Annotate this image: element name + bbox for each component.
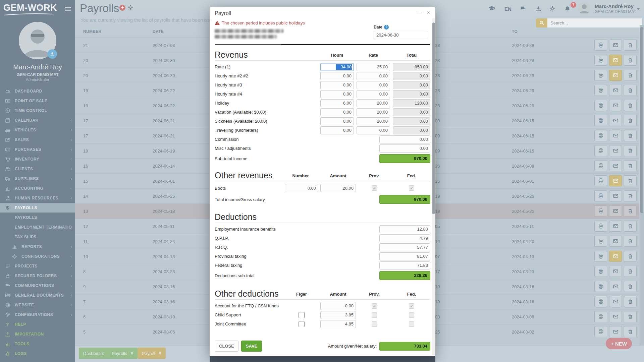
hamburger-menu-icon[interactable] — [65, 6, 71, 12]
rate-input[interactable] — [357, 99, 390, 107]
sidebar-item-sales[interactable]: SALES‹ — [0, 135, 75, 144]
notifications-bell-icon[interactable] — [564, 6, 571, 12]
email-button[interactable] — [609, 296, 622, 307]
hours-input[interactable] — [320, 81, 354, 89]
commission-input[interactable] — [379, 135, 430, 143]
delete-button[interactable] — [624, 221, 637, 232]
tab-dashboard[interactable]: Dashboard — [79, 348, 109, 359]
email-button[interactable] — [609, 251, 622, 262]
sidebar-subitem-tax-slips[interactable]: TAX SLIPS — [0, 232, 75, 242]
sidebar-item-time-control[interactable]: TIME CONTROL — [0, 106, 75, 115]
sidebar-subitem-employment-terminations[interactable]: EMPLOYMENT TERMINATIONS — [0, 222, 75, 232]
delete-button[interactable] — [624, 40, 637, 51]
avatar[interactable] — [19, 22, 56, 59]
minimize-icon[interactable]: — — [417, 10, 422, 16]
delete-button[interactable] — [624, 115, 637, 126]
delete-button[interactable] — [624, 175, 637, 186]
print-button[interactable] — [594, 266, 607, 277]
deduction-input[interactable] — [379, 243, 430, 251]
date-input[interactable] — [374, 31, 427, 39]
sidebar-item-human-resources[interactable]: HUMAN RESOURCES‹ — [0, 193, 75, 203]
email-button[interactable] — [609, 115, 622, 126]
print-button[interactable] — [594, 221, 607, 232]
sidebar-item-help[interactable]: ? HELP — [0, 319, 75, 329]
print-button[interactable] — [594, 115, 607, 126]
email-button[interactable] — [609, 190, 622, 201]
delete-button[interactable] — [624, 130, 637, 141]
print-button[interactable] — [594, 160, 607, 171]
user-menu-caret-icon[interactable] — [637, 8, 640, 10]
delete-button[interactable] — [624, 236, 637, 247]
delete-button[interactable] — [624, 160, 637, 171]
add-payroll-icon[interactable]: + — [119, 5, 125, 11]
rate-input[interactable] — [357, 90, 390, 98]
print-button[interactable] — [594, 296, 607, 307]
modal-scrollbar[interactable] — [432, 18, 435, 355]
page-settings-gear-icon[interactable] — [127, 5, 133, 11]
delete-button[interactable] — [624, 266, 637, 277]
deduction-input[interactable] — [379, 225, 430, 233]
col-to[interactable]: TO — [512, 29, 518, 34]
email-button[interactable] — [609, 266, 622, 277]
sidebar-item-accounting[interactable]: ACCOUNTING‹ — [0, 183, 75, 193]
print-button[interactable] — [594, 190, 607, 201]
ftq-csn-amount-input[interactable] — [320, 302, 356, 310]
page-scrollbar[interactable] — [640, 25, 644, 345]
sidebar-item-general-documents[interactable]: GENERAL DOCUMENTS‹ — [0, 290, 75, 300]
email-button[interactable] — [609, 311, 622, 322]
sidebar-item-logs[interactable]: LOGS — [0, 349, 75, 358]
print-button[interactable] — [594, 281, 607, 292]
delete-button[interactable] — [624, 85, 637, 96]
delete-button[interactable] — [624, 55, 637, 66]
sidebar-item-website[interactable]: WEBSITE‹ — [0, 300, 75, 310]
email-button[interactable] — [609, 160, 622, 171]
email-button[interactable] — [609, 281, 622, 292]
email-button[interactable] — [609, 85, 622, 96]
settings-sun-icon[interactable] — [549, 6, 555, 12]
sidebar-item-communications[interactable]: COMMUNICATIONS‹ — [0, 281, 75, 290]
avatar-status-badge[interactable] — [48, 49, 57, 59]
delete-button[interactable] — [624, 190, 637, 201]
child-support-amount-input[interactable] — [320, 311, 356, 319]
sidebar-subitem-payrolls[interactable]: PAYROLLS — [0, 213, 75, 222]
delete-button[interactable] — [624, 205, 637, 217]
modal-scrollbar-thumb[interactable] — [432, 22, 435, 214]
tab-payroll[interactable]: Payroll× — [138, 348, 166, 359]
page-scrollbar-thumb[interactable] — [640, 27, 643, 213]
delete-button[interactable] — [624, 326, 637, 337]
hours-input[interactable] — [320, 90, 354, 98]
delete-button[interactable] — [624, 100, 637, 111]
sidebar-subitem-configurations[interactable]: CONFIGURATIONS‹ — [0, 251, 75, 261]
sidebar-item-secured-folders[interactable]: SECURED FOLDERS‹ — [0, 271, 75, 281]
joint-committee-amount-input[interactable] — [320, 320, 356, 328]
print-button[interactable] — [594, 70, 607, 81]
delete-button[interactable] — [624, 311, 637, 322]
delete-button[interactable] — [624, 145, 637, 156]
sidebar-item-clients[interactable]: CLIENTS‹ — [0, 164, 75, 174]
print-button[interactable] — [594, 100, 607, 111]
sidebar-item-importation[interactable]: IMPORTATION — [0, 329, 75, 339]
email-button[interactable] — [609, 55, 622, 66]
academy-icon[interactable] — [488, 6, 495, 12]
chat-icon[interactable] — [520, 6, 526, 11]
delete-button[interactable] — [624, 70, 637, 81]
download-icon[interactable] — [535, 6, 541, 12]
col-date[interactable]: DATE — [153, 29, 164, 34]
sidebar-item-dashboard[interactable]: DASHBOARD — [0, 86, 75, 96]
email-button[interactable] — [609, 145, 622, 156]
close-icon[interactable]: × — [427, 10, 430, 16]
rate-input[interactable] — [357, 126, 390, 134]
save-button[interactable]: SAVE — [241, 341, 262, 352]
rate-input[interactable] — [357, 81, 390, 89]
boots-amount-input[interactable] — [320, 184, 356, 192]
sidebar-item-suppliers[interactable]: SUPPLIERS‹ — [0, 174, 75, 183]
close-button[interactable]: CLOSE — [215, 341, 238, 352]
tab-payrolls[interactable]: Payrolls× — [107, 348, 138, 359]
header-avatar[interactable] — [578, 2, 591, 14]
print-button[interactable] — [594, 55, 607, 66]
close-tab-icon[interactable]: × — [159, 351, 161, 356]
print-button[interactable] — [594, 236, 607, 247]
email-button[interactable] — [609, 205, 622, 217]
rate-input[interactable] — [357, 117, 390, 125]
deduction-input[interactable] — [379, 261, 430, 269]
